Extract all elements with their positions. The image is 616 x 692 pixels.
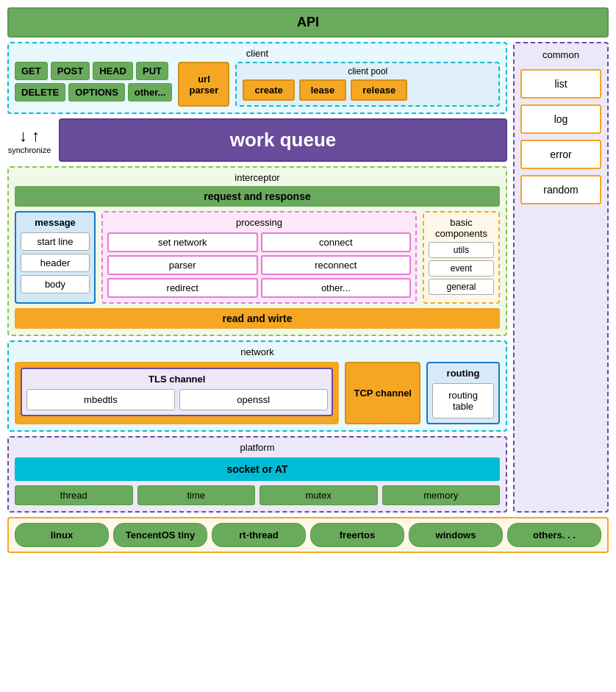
url-parser-box: urlparser (178, 62, 229, 107)
pool-btn-create[interactable]: create (243, 79, 294, 101)
method-get[interactable]: GET (15, 62, 48, 80)
url-parser-label: urlparser (188, 74, 219, 96)
plat-thread: thread (15, 485, 133, 505)
tls-openssl: openssl (179, 389, 328, 410)
common-panel: common list log error random (513, 42, 609, 513)
routing-table-box: routingtable (432, 383, 494, 418)
routing-table-label: routingtable (448, 390, 478, 412)
client-label: client (15, 48, 500, 59)
platform-label: platform (15, 442, 500, 453)
methods-bot-row: DELETE OPTIONS other... (15, 83, 172, 101)
tls-title: TLS channel (26, 374, 327, 385)
bottom-others: others. . . (507, 523, 601, 547)
routing-box: routing routingtable (426, 362, 500, 424)
client-pool-section: client pool create lease release (235, 62, 500, 107)
bottom-windows: windows (409, 523, 503, 547)
network-section: network TLS channel mbedtls openssl (7, 340, 507, 432)
interceptor-inner: message start line header body processin… (15, 211, 500, 304)
tls-mbedtls: mbedtls (26, 389, 175, 410)
msg-body: body (21, 275, 90, 293)
basic-general: general (429, 279, 494, 295)
proc-connect: connect (261, 232, 412, 252)
tls-outer: TLS channel mbedtls openssl (15, 362, 339, 424)
plat-mutex: mutex (259, 485, 378, 505)
bottom-tencentos: TencentOS tiny (113, 523, 207, 547)
proc-parser: parser (107, 255, 258, 275)
req-resp-bar: request and response (15, 186, 500, 207)
method-put[interactable]: PUT (136, 62, 168, 80)
api-bar: API (7, 7, 609, 38)
proc-set-network: set network (107, 232, 258, 252)
bottom-linux: linux (15, 523, 109, 547)
pool-btn-release[interactable]: release (351, 79, 407, 101)
main-row: client GET POST HEAD PUT DELETE OPTIONS (7, 42, 609, 513)
method-options[interactable]: OPTIONS (68, 83, 125, 101)
proc-reconnect: reconnect (261, 255, 412, 275)
plat-memory: memory (382, 485, 501, 505)
common-random: random (520, 175, 601, 204)
processing-box: processing set network connect parser re… (101, 211, 417, 304)
http-methods-area: GET POST HEAD PUT DELETE OPTIONS other..… (15, 62, 172, 107)
common-error: error (520, 140, 601, 169)
common-label: common (520, 49, 601, 60)
pool-btn-lease[interactable]: lease (299, 79, 347, 101)
msg-header: header (21, 254, 90, 272)
network-label: network (15, 346, 500, 357)
network-inner: TLS channel mbedtls openssl TCP channel … (15, 362, 500, 424)
diagram: API client GET POST HEAD PUT (7, 7, 609, 553)
msg-start-line: start line (21, 232, 90, 251)
client-pool-btns: create lease release (243, 79, 493, 101)
sync-label: synchronize (8, 146, 51, 154)
message-box: message start line header body (15, 211, 96, 304)
platform-section: platform socket or AT thread time mutex … (7, 436, 507, 513)
message-title: message (21, 217, 90, 228)
client-section: client GET POST HEAD PUT DELETE OPTIONS (7, 42, 507, 114)
bottom-rt-thread: rt-thread (212, 523, 306, 547)
method-delete[interactable]: DELETE (15, 83, 65, 101)
sync-arrows: ↓ ↑ synchronize (7, 126, 51, 154)
basic-event: event (429, 260, 494, 277)
client-pool-label: client pool (243, 66, 493, 76)
work-queue-box: work queue (59, 118, 507, 162)
basic-box: basiccomponents utils event general (423, 211, 500, 304)
tls-inner: mbedtls openssl (26, 389, 327, 410)
method-head[interactable]: HEAD (93, 62, 133, 80)
left-center: client GET POST HEAD PUT DELETE OPTIONS (7, 42, 507, 513)
proc-other: other... (261, 278, 412, 298)
tls-box: TLS channel mbedtls openssl (21, 368, 333, 416)
basic-title: basiccomponents (429, 217, 494, 239)
workqueue-row: ↓ ↑ synchronize work queue (7, 118, 507, 162)
client-inner: GET POST HEAD PUT DELETE OPTIONS other..… (15, 62, 500, 107)
common-list: list (520, 69, 601, 99)
bottom-bar: linux TencentOS tiny rt-thread freertos … (7, 517, 609, 553)
arrows-symbol: ↓ ↑ (19, 126, 40, 146)
tcp-box: TCP channel (345, 362, 420, 424)
bottom-freertos: freertos (310, 523, 404, 547)
proc-redirect: redirect (107, 278, 258, 298)
routing-title: routing (447, 368, 480, 379)
read-write-bar: read and wirte (15, 308, 500, 329)
platform-items: thread time mutex memory (15, 485, 500, 505)
plat-time: time (137, 485, 256, 505)
method-post[interactable]: POST (51, 62, 90, 80)
common-log: log (520, 104, 601, 134)
socket-bar: socket or AT (15, 457, 500, 481)
processing-title: processing (107, 217, 411, 228)
interceptor-section: interceptor request and response message… (7, 166, 507, 336)
basic-utils: utils (429, 242, 494, 258)
proc-grid: set network connect parser reconnect red… (107, 232, 411, 298)
interceptor-label: interceptor (15, 172, 500, 183)
methods-top-row: GET POST HEAD PUT (15, 62, 172, 80)
method-other[interactable]: other... (128, 83, 173, 101)
